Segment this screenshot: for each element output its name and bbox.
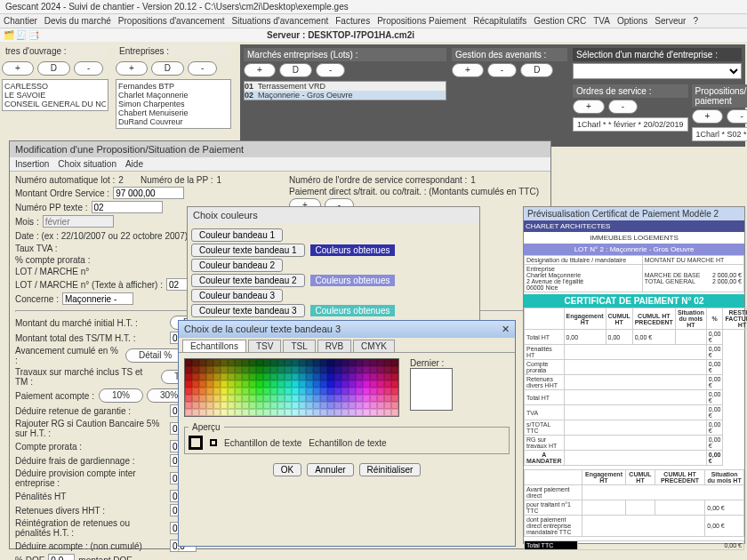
lot-row-selected[interactable]: 02 Maçonnerie - Gros Oeuvre [245, 91, 446, 100]
mt-total-ts-label: Montant total des TS/TM H.T. : [15, 333, 166, 343]
preview-designation: Désignation du titulaire / mandataire [525, 256, 643, 265]
tab-cmyk[interactable]: CMYK [353, 340, 395, 352]
couleur-tb2-button[interactable]: Couleur texte bandeau 2 [191, 274, 305, 287]
toolbar-icon-2[interactable]: 🧾 [16, 30, 27, 40]
avenants-dup-button[interactable]: D [520, 63, 553, 77]
menu-crc[interactable]: Gestion CRC [534, 16, 586, 26]
apercu-box-large [189, 436, 203, 450]
mt-ordre-input[interactable] [113, 187, 184, 199]
menu-chantier[interactable]: Chantier [4, 16, 37, 26]
doe-input[interactable] [48, 554, 75, 560]
num-lot-value: 2 [118, 175, 124, 185]
menu-devis[interactable]: Devis du marché [44, 16, 111, 26]
apercu-box-small [210, 439, 217, 446]
ent-item[interactable]: Charlet Maçonnerie [118, 91, 229, 100]
close-icon[interactable]: ✕ [502, 324, 510, 335]
menu-recap[interactable]: Récapitulatifs [473, 16, 526, 26]
paiement-direct-label: Paiement direct s/trait. ou co/trait. : … [289, 187, 539, 196]
prorata-label: % compte prorata : [15, 255, 90, 265]
tab-tsv[interactable]: TSV [248, 340, 281, 352]
ent-add-button[interactable]: + [116, 61, 148, 76]
lot-marche-label: LOT / MARCHE n° [15, 267, 89, 276]
ent-item[interactable]: DuRand Couvreur [118, 117, 229, 126]
swatch-2: Couleurs obtenues [310, 275, 396, 286]
props-del-button[interactable]: - [727, 109, 747, 124]
props-label: Propositions/Situations de paiement [692, 84, 747, 108]
doe-label: % DOE [15, 556, 44, 561]
main-menubar: Chantier Devis du marché Propositions d'… [0, 14, 747, 28]
ent-dup-button[interactable]: D [151, 61, 184, 76]
props-add-button[interactable]: + [692, 109, 724, 124]
menu-factures[interactable]: Factures [335, 16, 370, 26]
couleur-b2-button[interactable]: Couleur bandeau 2 [191, 259, 283, 272]
menu-tva[interactable]: TVA [593, 16, 610, 26]
num-pp-value: 1 [217, 175, 222, 185]
prop-menu-aide[interactable]: Aide [125, 159, 143, 169]
preview-imm: IMMEUBLES LOGEMENTS [524, 232, 744, 244]
prop-menu-insertion[interactable]: Insertion [15, 159, 49, 169]
avenants-label: Gestion des avenants : [452, 48, 567, 61]
menu-prop-paiement[interactable]: Propositions Paiement [377, 16, 466, 26]
menu-options[interactable]: Options [617, 16, 647, 26]
apercu-text-2: Echantillon de texte [309, 438, 386, 448]
deduire-gard-label: Déduire frais de gardiennage : [15, 456, 166, 466]
picker-annuler-button[interactable]: Annuler [307, 463, 353, 476]
prop-dialog-title: Modification d'une Proposition/Situation… [10, 141, 550, 157]
owners-list[interactable]: CARLESSO LE SAVOIE CONSEIL GENERAL DU NO… [2, 79, 108, 111]
owners-add-button[interactable]: + [2, 61, 34, 76]
prop-chip[interactable]: 1Charl * S02 * L2 * février * 20/0 [692, 127, 747, 141]
marche-select[interactable] [573, 63, 742, 79]
owners-item[interactable]: CONSEIL GENERAL DU NORD [4, 100, 106, 108]
owners-dup-button[interactable]: D [37, 61, 70, 76]
toolbar-icon-3[interactable]: 📑 [28, 30, 39, 40]
mt-marche-label: Montant du marché initial H.T. : [15, 318, 166, 328]
tab-echantillons[interactable]: Echantillons [182, 340, 246, 352]
ent-item[interactable]: Simon Charpentes [118, 100, 229, 108]
detail-pct-button[interactable]: Détail % [125, 348, 185, 363]
entreprises-list[interactable]: Fernandes BTP Charlet Maçonnerie Simon C… [116, 79, 231, 129]
ordres-add-button[interactable]: + [573, 100, 605, 114]
couleur-tb1-button[interactable]: Couleur texte bandeau 1 [191, 244, 305, 257]
preview-pane: Prévisualisation Certificat de Paiement … [523, 206, 745, 544]
mt-ordre-label: Montant Ordre Service : [15, 188, 109, 198]
prop-menu-choix[interactable]: Choix situation [58, 159, 116, 169]
preview-title: Prévisualisation Certificat de Paiement … [524, 207, 744, 220]
picker-ok-button[interactable]: OK [273, 463, 301, 476]
menu-serveur[interactable]: Serveur [655, 16, 686, 26]
avenants-del-button[interactable]: - [487, 63, 517, 77]
owners-item[interactable]: CARLESSO [4, 82, 106, 91]
tab-rvb[interactable]: RVB [317, 340, 351, 352]
ent-del-button[interactable]: - [188, 61, 217, 76]
reintegration-label: Réintégration de retenues ou pénalités H… [15, 518, 166, 538]
concerne-input[interactable] [62, 292, 133, 305]
ent-item[interactable]: Fernandes BTP [118, 82, 229, 91]
avenants-add-button[interactable]: + [452, 63, 484, 77]
window-title: Gescant 2024 - Suivi de chantier - Versi… [0, 0, 747, 14]
paiement-acompte-label: Paiement acompte : [15, 391, 95, 401]
lots-add-button[interactable]: + [244, 63, 276, 77]
menu-help[interactable]: ? [693, 16, 698, 26]
owners-item[interactable]: LE SAVOIE [4, 91, 106, 100]
num-pp-txt-input[interactable] [92, 201, 163, 213]
lots-del-button[interactable]: - [316, 63, 345, 77]
lot-row[interactable]: 01 Terrassement VRD [245, 82, 446, 91]
ordre-chip[interactable]: 1Charl * * février * 20/02/2019 [573, 117, 688, 132]
lots-dup-button[interactable]: D [279, 63, 312, 77]
couleur-tb3-button[interactable]: Couleur texte bandeau 3 [191, 304, 305, 317]
num-pp-label: Numéro de la PP : [141, 175, 213, 185]
ent-item[interactable]: Chabert Menuiserie [118, 108, 229, 117]
preview-cert-title: CERTIFICAT DE PAIEMENT N° 02 [524, 294, 744, 308]
p10-button[interactable]: 10% [99, 388, 143, 403]
couleur-b3-button[interactable]: Couleur bandeau 3 [191, 289, 283, 302]
menu-sit-avancement[interactable]: Situations d'avancement [232, 16, 329, 26]
tab-tsl[interactable]: TSL [283, 340, 315, 352]
owners-del-button[interactable]: - [74, 61, 103, 76]
picker-reset-button[interactable]: Réinitialiser [359, 463, 422, 476]
palette-grid[interactable] [184, 358, 399, 417]
deduire-garantie-label: Déduire retenue de garantie : [15, 406, 166, 416]
menu-prop-avancement[interactable]: Propositions d'avancement [118, 16, 225, 26]
toolbar-icon-1[interactable]: 🗂️ [4, 30, 14, 40]
couleur-b1-button[interactable]: Couleur bandeau 1 [191, 228, 283, 242]
mois-input[interactable] [43, 215, 114, 228]
ordres-del-button[interactable]: - [608, 100, 638, 114]
